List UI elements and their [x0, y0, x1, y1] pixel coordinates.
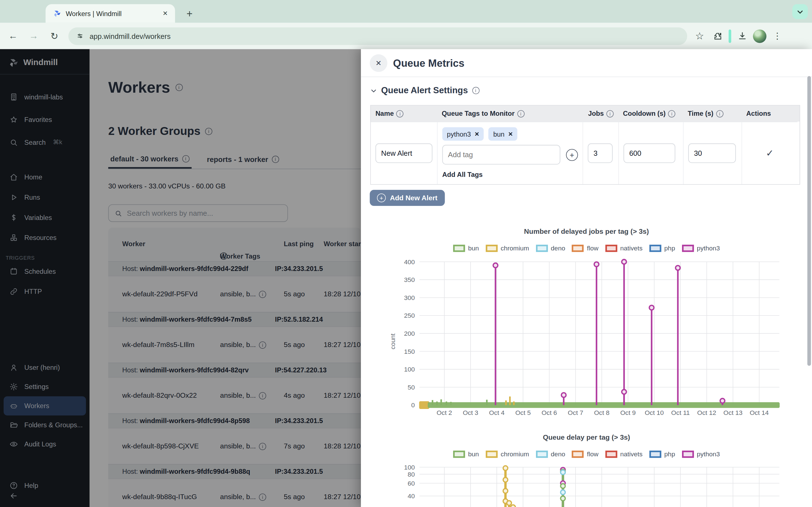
svg-text:Oct 13: Oct 13: [723, 409, 743, 416]
legend-swatch: [486, 451, 497, 458]
site-info-icon[interactable]: [75, 32, 84, 40]
svg-text:Oct 9: Oct 9: [620, 409, 636, 416]
svg-text:50: 50: [408, 384, 415, 391]
add-tag-plus-button[interactable]: +: [566, 149, 578, 161]
legend-label: php: [664, 451, 675, 458]
info-icon[interactable]: i: [716, 110, 723, 117]
legend-label: chromium: [501, 245, 529, 252]
back-button[interactable]: ←: [5, 28, 20, 44]
legend-item-flow[interactable]: flow: [572, 451, 599, 458]
legend-label: nativets: [620, 245, 643, 252]
browser-menu-icon[interactable]: ⋮: [770, 29, 784, 43]
col-name: Namei: [371, 106, 437, 122]
legend-item-python3[interactable]: python3: [682, 451, 720, 458]
cooldown-input[interactable]: [623, 144, 675, 163]
queue-alert-settings-toggle[interactable]: Queue Alert Settings i: [370, 86, 479, 96]
svg-text:400: 400: [404, 258, 415, 266]
legend-swatch: [536, 451, 548, 458]
legend-swatch: [536, 245, 548, 252]
legend-item-bun[interactable]: bun: [453, 451, 479, 458]
alert-table-header: Namei Queue Tags to Monitori Jobsi Coold…: [371, 106, 800, 122]
legend-item-php[interactable]: php: [649, 245, 675, 252]
info-icon[interactable]: i: [396, 110, 404, 117]
legend-swatch: [649, 451, 661, 458]
time-input[interactable]: [688, 144, 736, 163]
info-icon[interactable]: i: [668, 110, 675, 117]
browser-tab[interactable]: Workers | Windmill ✕: [46, 4, 175, 23]
close-drawer-button[interactable]: ✕: [370, 54, 387, 72]
legend-item-nativets[interactable]: nativets: [605, 451, 643, 458]
remove-tag-icon[interactable]: ✕: [474, 131, 479, 137]
legend-item-php[interactable]: php: [649, 451, 675, 458]
legend-swatch: [572, 451, 584, 458]
drawer-backdrop[interactable]: [0, 49, 361, 507]
url-bar[interactable]: app.windmill.dev/workers: [68, 27, 687, 45]
bookmark-star-icon[interactable]: ☆: [693, 29, 707, 43]
alert-name-input[interactable]: [375, 144, 433, 163]
alert-settings-table: Namei Queue Tags to Monitori Jobsi Coold…: [370, 105, 800, 185]
add-new-alert-button[interactable]: + Add New Alert: [370, 190, 445, 206]
legend-swatch: [572, 245, 584, 252]
svg-text:Oct 3: Oct 3: [463, 409, 478, 416]
chart-plot[interactable]: 050100150200250300350400Oct 2Oct 3Oct 4O…: [361, 259, 812, 424]
col-actions: Actions: [742, 106, 797, 122]
reload-button[interactable]: ↻: [47, 28, 62, 44]
tab-search-button[interactable]: [792, 4, 808, 19]
svg-text:60: 60: [408, 480, 415, 487]
legend-label: nativets: [620, 451, 643, 458]
extensions-icon[interactable]: [711, 29, 725, 43]
forward-button[interactable]: →: [26, 28, 42, 44]
add-all-tags-link[interactable]: Add All Tags: [442, 171, 578, 179]
legend-item-deno[interactable]: deno: [536, 451, 565, 458]
confirm-check-icon[interactable]: ✓: [766, 147, 774, 159]
legend-label: bun: [468, 451, 479, 458]
profile-avatar[interactable]: [753, 29, 767, 43]
legend-swatch: [453, 451, 465, 458]
svg-text:350: 350: [404, 276, 415, 283]
legend-label: chromium: [501, 451, 529, 458]
info-icon[interactable]: i: [606, 110, 614, 117]
queue-delay-chart: Queue delay per tag (> 3s) bunchromiumde…: [361, 434, 812, 458]
new-tab-button[interactable]: +: [183, 6, 197, 20]
legend-item-bun[interactable]: bun: [453, 245, 479, 252]
alert-row: python3✕ bun✕ + Add All Tags ✓: [371, 122, 800, 184]
legend-item-flow[interactable]: flow: [572, 245, 599, 252]
drawer-scrollbar[interactable]: [807, 76, 811, 366]
legend-label: bun: [468, 245, 479, 252]
svg-text:Oct 5: Oct 5: [515, 409, 531, 416]
page-content: Windmill windmill-labsFavoritesSearch⌘k …: [0, 49, 812, 507]
downloads-icon[interactable]: [735, 29, 749, 43]
legend-item-chromium[interactable]: chromium: [486, 245, 529, 252]
chart-plot[interactable]: 100806040: [361, 464, 812, 507]
svg-text:Oct 12: Oct 12: [697, 409, 716, 416]
tab-title: Workers | Windmill: [66, 10, 156, 17]
legend-swatch: [682, 245, 694, 252]
info-icon[interactable]: i: [517, 110, 524, 117]
tag-chip-python3[interactable]: python3✕: [442, 127, 484, 141]
legend-swatch: [605, 451, 617, 458]
legend-item-python3[interactable]: python3: [682, 245, 720, 252]
chevron-down-icon: [797, 8, 804, 15]
queue-metrics-drawer: ✕ Queue Metrics Queue Alert Settings i N…: [361, 49, 812, 507]
windmill-favicon: [53, 9, 61, 17]
svg-text:Oct 10: Oct 10: [645, 409, 664, 416]
svg-text:80: 80: [408, 471, 415, 478]
add-tag-input[interactable]: [442, 145, 560, 165]
url-text[interactable]: app.windmill.dev/workers: [90, 32, 170, 40]
col-time: Time (s)i: [683, 106, 742, 122]
tab-close-icon[interactable]: ✕: [160, 9, 170, 18]
svg-text:0: 0: [411, 401, 415, 409]
col-queue-tags: Queue Tags to Monitori: [437, 106, 582, 122]
svg-text:100: 100: [404, 365, 415, 373]
legend-item-deno[interactable]: deno: [536, 245, 565, 252]
legend-item-nativets[interactable]: nativets: [605, 245, 643, 252]
info-icon[interactable]: i: [472, 87, 479, 94]
legend-swatch: [649, 245, 661, 252]
jobs-input[interactable]: [588, 144, 613, 163]
svg-text:300: 300: [404, 294, 415, 301]
remove-tag-icon[interactable]: ✕: [508, 131, 513, 137]
legend-item-chromium[interactable]: chromium: [486, 451, 529, 458]
tag-chip-bun[interactable]: bun✕: [489, 127, 518, 141]
svg-text:150: 150: [404, 348, 415, 355]
legend-label: python3: [697, 451, 720, 458]
